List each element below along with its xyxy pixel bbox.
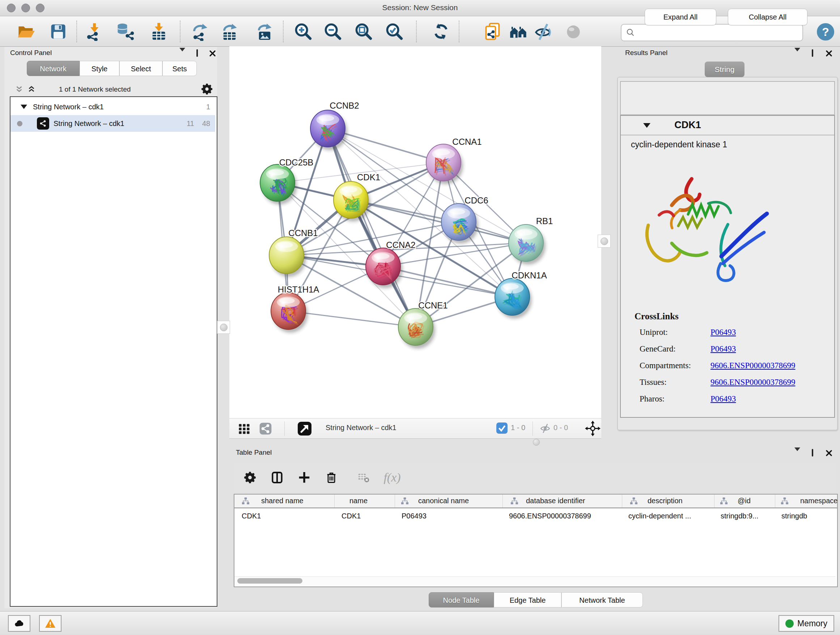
tab-string[interactable]: String (705, 62, 745, 77)
crosslink-url[interactable]: P06493 (711, 328, 736, 337)
column-header[interactable]: name (349, 497, 368, 505)
table-cell[interactable]: CDK1 (242, 512, 261, 520)
expand-all-button[interactable]: Expand All (645, 9, 716, 25)
results-panel-menu-icon[interactable] (794, 51, 800, 58)
bottom-splitter-handle[interactable] (533, 439, 540, 446)
table-cell[interactable]: CDK1 (341, 512, 361, 520)
tab-select[interactable]: Select (119, 61, 163, 76)
delete-column-icon[interactable] (322, 468, 341, 487)
table-cell[interactable]: 9606.ENSP00000378699 (509, 512, 591, 520)
search-icon (626, 28, 635, 37)
save-session-icon[interactable] (48, 21, 68, 42)
import-network-from-database-icon[interactable] (115, 21, 135, 42)
network-panel-gear-icon[interactable] (201, 82, 213, 97)
tab-sets[interactable]: Sets (163, 61, 197, 76)
gene-card-header[interactable]: CDK1 (621, 116, 834, 135)
node-label[interactable]: CCNB2 (330, 101, 359, 111)
fit-content-icon[interactable] (584, 420, 601, 438)
zoom-fit-icon[interactable] (354, 21, 374, 42)
network-row-selected[interactable]: String Network – cdk1 11 48 (11, 115, 215, 132)
column-header[interactable]: shared name (261, 497, 303, 505)
column-header[interactable]: namespace (800, 497, 837, 505)
zoom-in-icon[interactable] (293, 21, 313, 42)
hide-selected-icon[interactable] (534, 21, 554, 42)
control-panel-menu-icon[interactable] (180, 51, 185, 58)
node-label[interactable]: CCNE1 (418, 301, 447, 310)
table-settings-gear-icon[interactable] (240, 468, 260, 487)
network-collection-row[interactable]: String Network – cdk1 1 (11, 98, 215, 115)
node-label[interactable]: CDC6 (464, 195, 488, 205)
node-label[interactable]: RB1 (536, 216, 553, 226)
string-network-graph[interactable]: CCNB2CCNA1CDC25BCDK1CDC6RB1CCNB1CCNA2CDK… (229, 46, 601, 418)
zoom-out-icon[interactable] (323, 21, 343, 42)
zoom-selected-icon[interactable] (384, 21, 404, 42)
left-splitter-handle[interactable] (217, 321, 230, 334)
column-separator[interactable] (334, 494, 335, 508)
results-panel-close-icon[interactable] (826, 50, 832, 58)
table-panel-float-icon[interactable] (812, 450, 813, 456)
tab-network[interactable]: Network (27, 61, 80, 76)
tab-node-table[interactable]: Node Table (429, 592, 494, 608)
birdseye-view-icon[interactable] (297, 421, 313, 438)
results-panel-float-icon[interactable] (812, 50, 813, 57)
crosslink-url[interactable]: P06493 (711, 344, 736, 354)
column-separator[interactable] (395, 494, 395, 508)
first-neighbors-icon[interactable] (508, 21, 529, 42)
export-table-icon[interactable] (219, 21, 240, 42)
column-separator[interactable] (714, 494, 714, 508)
tree-expander-icon[interactable] (21, 105, 27, 109)
apply-preferred-layout-icon[interactable] (431, 21, 451, 42)
column-separator[interactable] (622, 494, 622, 508)
node-label[interactable]: CDK1 (357, 172, 380, 182)
collapse-all-button[interactable]: Collapse All (728, 9, 807, 25)
export-network-icon[interactable] (190, 21, 210, 42)
table-panel-close-icon[interactable] (826, 450, 832, 458)
help-button[interactable]: ? (817, 23, 834, 41)
node-label[interactable]: CCNA1 (452, 137, 482, 147)
table-cell[interactable]: cyclin-dependent ... (628, 512, 691, 520)
string-view-icon[interactable] (258, 421, 273, 437)
new-network-from-selection-icon[interactable] (483, 21, 503, 42)
column-header[interactable]: database identifier (526, 497, 585, 505)
tab-network-table[interactable]: Network Table (561, 592, 643, 608)
crosslink-url[interactable]: 9606.ENSP00000378699 (711, 378, 796, 387)
node-label[interactable]: HIST1H1A (278, 285, 319, 295)
create-column-icon[interactable] (294, 468, 314, 487)
table-panel-menu-icon[interactable] (794, 451, 800, 458)
memory-button[interactable]: Memory (778, 615, 834, 632)
table-header-row[interactable]: shared namenamecanonical namedatabase id… (234, 494, 837, 508)
export-image-icon[interactable] (254, 21, 275, 42)
column-header[interactable]: description (647, 497, 683, 505)
cloud-button[interactable] (8, 615, 30, 632)
column-header[interactable]: canonical name (418, 497, 469, 505)
right-splitter-handle[interactable] (598, 234, 611, 248)
table-horizontal-scrollbar[interactable] (234, 576, 836, 585)
show-columns-icon[interactable] (267, 468, 287, 487)
table-cell[interactable]: stringdb (782, 512, 807, 520)
tab-edge-table[interactable]: Edge Table (494, 592, 561, 608)
network-view-canvas[interactable]: CCNB2CCNA1CDC25BCDK1CDC6RB1CCNB1CCNA2CDK… (229, 46, 601, 418)
search-input[interactable] (621, 24, 803, 41)
grid-view-icon[interactable] (237, 421, 251, 437)
node-label[interactable]: CDC25B (279, 157, 314, 167)
warning-button[interactable] (39, 615, 62, 632)
open-session-icon[interactable] (16, 21, 36, 42)
node-label[interactable]: CCNA2 (386, 240, 415, 250)
gene-card-expander-icon[interactable] (643, 123, 651, 128)
scrollbar-thumb[interactable] (237, 578, 302, 584)
control-panel-float-icon[interactable] (196, 50, 198, 57)
column-separator[interactable] (502, 494, 503, 508)
node-label[interactable]: CDKN1A (512, 271, 546, 280)
tab-style[interactable]: Style (80, 61, 119, 76)
crosslink-url[interactable]: P06493 (711, 394, 736, 404)
selected-checkbox-icon[interactable] (496, 423, 508, 435)
table-cell[interactable]: P06493 (401, 512, 426, 520)
table-cell[interactable]: stringdb:9... (721, 512, 759, 520)
node-label[interactable]: CCNB1 (288, 228, 317, 238)
column-header[interactable]: @id (737, 497, 751, 505)
crosslink-url[interactable]: 9606.ENSP00000378699 (711, 361, 796, 371)
node-table[interactable]: shared namenamecanonical namedatabase id… (234, 494, 838, 587)
control-panel-close-icon[interactable] (209, 50, 216, 58)
import-table-from-file-icon[interactable] (149, 21, 169, 42)
import-network-from-file-icon[interactable] (84, 21, 104, 42)
